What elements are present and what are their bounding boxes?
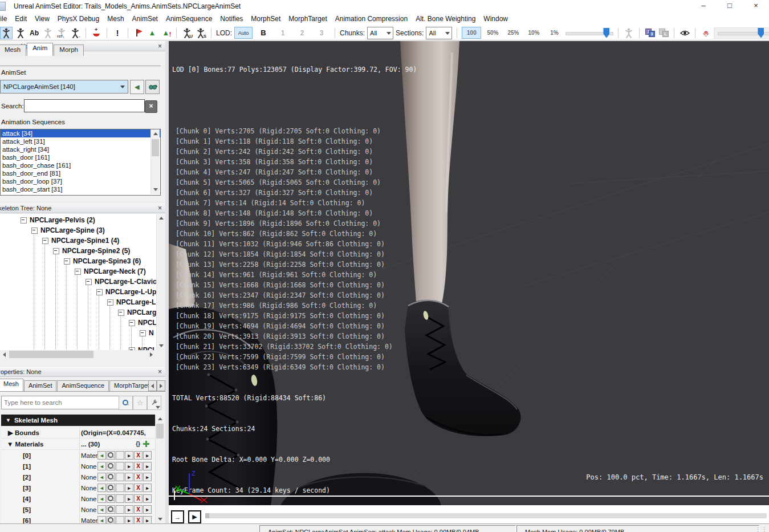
menu-item[interactable]: MorphTarget [284,13,331,25]
collapse-icon[interactable] [140,330,146,336]
tab-anim[interactable]: Anim [27,43,53,56]
scrubber-thumb[interactable] [205,513,209,518]
skeleton-panel-header[interactable]: Skeleton Tree: None × [0,203,165,213]
prev-animset-button[interactable]: ◄ [130,80,144,94]
material-row[interactable]: [2] None ◄▸X▸ [1,472,155,483]
collapse-icon[interactable] [53,248,59,254]
tree-node[interactable]: NPCLarge-Pelvis (2) [21,215,95,225]
collapse-icon[interactable] [42,238,48,244]
collapse-icon[interactable] [64,258,70,265]
tab-animsequence[interactable]: AnimSequence [57,380,109,391]
duplicate-icon[interactable]: ▸ [143,484,152,492]
show-icon[interactable] [116,451,124,460]
maximize-button[interactable]: □ [717,0,743,13]
use-selected-icon[interactable]: ◄ [97,473,106,481]
sequence-item[interactable]: bash_door_loop [37] [1,177,160,185]
show-uv-icon[interactable]: U [181,27,193,39]
skeleton-tree[interactable]: NPCLarge-Pelvis (2) NPCLarge-Spine (3) N… [0,214,156,350]
duplicate-icon[interactable]: ▸ [143,505,152,514]
close-button[interactable]: × [743,0,769,13]
menu-item[interactable]: View [31,13,54,25]
search-input[interactable] [24,99,145,112]
scroll-up-icon[interactable] [151,129,160,138]
tab-scroll-right-icon[interactable] [157,380,165,391]
menu-item[interactable]: PhysX Debug [54,13,103,25]
sequence-item[interactable]: bash_door_chase [161] [1,161,160,169]
duplicate-icon[interactable]: ▸ [143,473,152,481]
clear-icon[interactable]: X [134,494,143,503]
material-row[interactable]: [5] None ◄▸X▸ [1,504,155,515]
play-button[interactable]: ▶ [188,510,201,523]
vertex-size-slider[interactable] [565,28,613,38]
ghost-icon[interactable] [623,27,634,39]
sections-select[interactable]: All [426,27,452,39]
material-row[interactable]: [1] None ◄▸X▸ [1,461,155,472]
playrate-slider[interactable] [714,27,769,39]
scroll-right-icon[interactable] [147,350,156,359]
material-row[interactable]: [0] Materi ◄▸X▸ [1,450,155,461]
menu-item[interactable]: Notifies [216,13,247,25]
menu-item[interactable]: Animation Compression [331,13,412,25]
menu-item[interactable]: MorphSet [247,13,284,25]
menu-item[interactable]: AnimSequence [162,13,216,25]
lod-base-button[interactable]: B [255,27,272,38]
add-item-icon[interactable] [143,441,149,447]
tree-node[interactable]: NPCL [129,345,156,350]
collapse-icon[interactable] [21,217,27,224]
tree-node[interactable]: NPCLarg [118,307,156,318]
tree-node[interactable]: NPCLarge-L [107,297,156,307]
minimize-button[interactable]: – [690,0,717,13]
animset-combo[interactable]: NPCLargeAnimSet [140] [0,80,128,94]
collapse-icon[interactable] [107,299,113,306]
find-animset-button[interactable] [145,80,160,94]
scroll-up-icon[interactable] [156,415,164,423]
tab-scroll-left-icon[interactable] [148,380,157,391]
scrollbar-thumb[interactable] [9,351,93,358]
collapse-icon[interactable] [86,279,92,285]
clear-icon[interactable]: X [134,473,143,481]
collapse-icon[interactable] [118,310,124,316]
show-cloth-icon[interactable]: S [195,27,206,39]
duplicate-icon[interactable]: ▸ [143,462,152,470]
sequence-list-scrollbar[interactable] [150,129,160,194]
clear-search-icon[interactable]: × [145,100,157,113]
search-button[interactable] [119,396,133,410]
insert-icon[interactable]: ▸ [125,473,133,481]
sequence-item[interactable]: bash_stabbed_loop [35] [1,193,160,196]
sequence-item[interactable]: attack_right [34] [1,145,160,153]
menu-item[interactable]: File [0,13,11,25]
find-icon[interactable] [107,451,115,460]
close-icon[interactable]: × [158,368,162,376]
use-selected-icon[interactable]: ◄ [97,505,106,514]
lod-2-button[interactable]: 2 [294,27,311,38]
find-icon[interactable] [107,484,115,492]
duplicate-icon[interactable]: ▸ [143,494,152,503]
property-row-bounds[interactable]: ▶ Bounds (Origin=(X=0.047745, [1,427,155,438]
sequence-item[interactable]: bash_door_end [81] [1,169,160,177]
tab-morph[interactable]: Morph [54,44,84,56]
material-row[interactable]: [4] None ◄▸X▸ [1,493,155,505]
sequence-item[interactable]: attack_left [31] [1,137,160,145]
skeleton-tree-vscrollbar[interactable] [156,214,165,350]
use-selected-icon[interactable]: ◄ [97,462,106,470]
tab-morphtarget[interactable]: MorphTarget [109,380,154,391]
skeleton-tree-hscrollbar[interactable] [0,350,165,359]
scrollbar-thumb[interactable] [156,424,164,438]
viewport-3d[interactable]: LOD [0] Bones:77 Polys:123057 (Display F… [169,41,769,505]
show-bone-names-icon[interactable]: Ab [29,27,40,39]
use-selected-icon[interactable]: ◄ [97,484,106,492]
timeline-bar[interactable] [169,496,769,497]
menu-item[interactable]: Window [479,13,512,25]
lod-auto-button[interactable]: Auto [234,27,253,39]
favorites-button[interactable]: ☆ [133,396,147,410]
close-icon[interactable]: × [158,42,162,50]
clear-icon[interactable]: X [134,484,143,492]
duplicate-icon[interactable]: ▸ [143,451,152,460]
insert-icon[interactable]: ▸ [125,451,133,460]
eye-icon[interactable] [679,27,690,39]
tree-node[interactable]: NPCLarge-Spine3 (6) [64,256,141,266]
tree-node[interactable]: NPCLarge-Neck (7) [75,266,146,277]
properties-search-input[interactable] [1,396,120,409]
show-ref-pose-ghost-icon[interactable] [42,27,54,39]
options-button[interactable] [147,396,161,410]
